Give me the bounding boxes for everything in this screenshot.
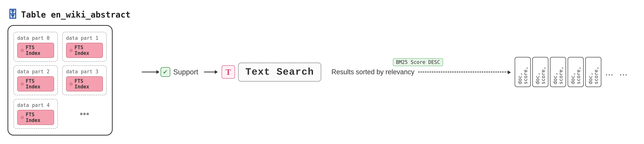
support-to-textsearch-arrow [204,71,215,73]
fts-label-3: FTS Index [74,78,100,90]
ellipsis-2: ... [620,66,628,78]
fts-label-4: FTS Index [26,112,51,123]
data-part-4: data part 4 ⚙ FTS Index [14,99,58,129]
text-search-label: Text Search [246,66,314,78]
checkmark-icon: ✔ [163,68,168,76]
results-label: Results sorted by relevancy [332,68,414,76]
result-card-3-label: doc, score, [552,60,564,84]
data-part-2: data part 2 ⚙ FTS Index [14,65,58,95]
dots-label: ••• [80,109,89,119]
fts-label-2: FTS Index [26,78,51,90]
database-icon: 🗄 [8,9,18,21]
result-card-2-label: doc, score, [535,60,546,84]
data-part-4-label: data part 4 [17,102,50,108]
text-search-box: Text Search [238,62,321,82]
dashed-arrow-line [418,71,508,73]
t-icon-box: T [222,65,235,79]
data-part-0: data part 0 ⚙ FTS Index [14,32,58,62]
ellipsis-1: ... [605,66,613,78]
dots-cell: ••• [62,99,107,129]
data-part-2-label: data part 2 [17,69,50,75]
table-to-support-arrow [142,71,157,73]
result-card-4: doc, score, [568,57,584,87]
text-search-section: T Text Search [222,62,321,82]
gear-icon-0: ⚙ [21,47,24,53]
table-box: data part 0 ⚙ FTS Index data part 1 ⚙ FT… [8,25,113,135]
result-card-5: doc, score, [585,57,602,87]
data-part-1-label: data part 1 [66,35,98,41]
results-arrow-section: BM25 Score DESC Results sorted by releva… [328,68,508,76]
t-icon: T [226,67,231,77]
gear-icon-4: ⚙ [21,114,24,120]
data-part-0-label: data part 0 [17,35,50,41]
support-label: Support [173,68,198,76]
fts-index-0: ⚙ FTS Index [17,43,54,58]
fts-index-4: ⚙ FTS Index [17,110,54,125]
result-card-3: doc, score, [550,57,566,87]
bm25-badge: BM25 Score DESC [393,58,443,66]
results-label-container: BM25 Score DESC Results sorted by releva… [328,68,508,76]
fts-index-2: ⚙ FTS Index [17,76,54,91]
results-section: doc, score, doc, score, doc, score, doc,… [515,57,630,87]
table-name-label: Table en_wiki_abstract [21,10,130,19]
data-part-1: data part 1 ⚙ FTS Index [62,32,107,62]
table-section: 🗄 Table en_wiki_abstract data part 0 ⚙ F… [8,9,130,135]
result-card-1: doc, score, [515,57,531,87]
fts-index-3: ⚙ FTS Index [66,76,103,91]
data-part-3-label: data part 3 [66,69,98,75]
data-part-3: data part 3 ⚙ FTS Index [62,65,107,95]
table-title: 🗄 Table en_wiki_abstract [8,9,130,21]
support-section: ✔ Support [160,67,198,77]
result-card-1-label: doc, score, [517,60,528,84]
gear-icon-3: ⚙ [70,81,73,87]
fts-label-1: FTS Index [74,45,100,56]
result-card-5-label: doc, score, [588,60,599,84]
checkmark-box: ✔ [160,67,170,77]
result-card-4-label: doc, score, [570,60,581,84]
gear-icon-1: ⚙ [70,47,73,53]
result-card-2: doc, score, [532,57,548,87]
diagram: 🗄 Table en_wiki_abstract data part 0 ⚙ F… [8,4,636,140]
fts-label-0: FTS Index [26,45,51,56]
fts-index-1: ⚙ FTS Index [66,43,103,58]
gear-icon-2: ⚙ [21,81,24,87]
